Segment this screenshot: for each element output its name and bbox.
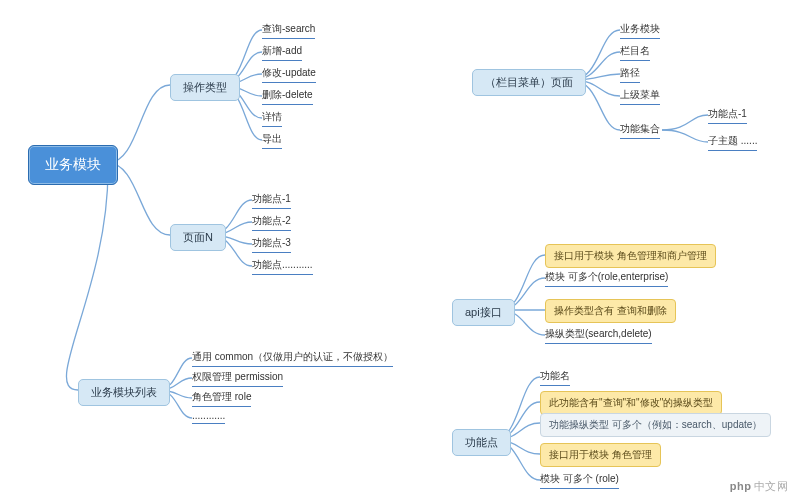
leaf-op-detail: 详情 bbox=[262, 110, 282, 127]
note-api-top: 接口用于模块 角色管理和商户管理 bbox=[545, 244, 716, 268]
note-func-mid: 此功能含有"查询"和"修改"的操纵类型 bbox=[540, 391, 722, 415]
leaf-op-delete: 删除-delete bbox=[262, 88, 313, 105]
leaf-biz-module: 业务模块 bbox=[620, 22, 660, 39]
leaf-func-name: 功能名 bbox=[540, 369, 570, 386]
leaf-permission: 权限管理 permission bbox=[192, 370, 283, 387]
branch-page-n: 页面N bbox=[170, 224, 226, 251]
leaf-func-set: 功能集合 bbox=[620, 122, 660, 139]
note-api-mid: 操作类型含有 查询和删除 bbox=[545, 299, 676, 323]
leaf-common: 通用 common（仅做用户的认证，不做授权） bbox=[192, 350, 393, 367]
leaf-func-2: 功能点-2 bbox=[252, 214, 291, 231]
leaf-op-update: 修改-update bbox=[262, 66, 316, 83]
leaf-func-types: 功能操纵类型 可多个（例如：search、update） bbox=[540, 413, 771, 437]
leaf-op-add: 新增-add bbox=[262, 44, 302, 61]
leaf-api-types: 操纵类型(search,delete) bbox=[545, 327, 652, 344]
watermark: php中文网 bbox=[730, 479, 788, 494]
root-business-module: 业务模块 bbox=[28, 145, 118, 185]
leaf-funcset-child-1: 功能点-1 bbox=[708, 107, 747, 124]
leaf-column-name: 栏目名 bbox=[620, 44, 650, 61]
branch-module-list: 业务模块列表 bbox=[78, 379, 170, 406]
branch-funcpoint: 功能点 bbox=[452, 429, 511, 456]
branch-api: api接口 bbox=[452, 299, 515, 326]
leaf-func-more: 功能点........... bbox=[252, 258, 313, 275]
leaf-func-3: 功能点-3 bbox=[252, 236, 291, 253]
leaf-role: 角色管理 role bbox=[192, 390, 251, 407]
branch-op-type: 操作类型 bbox=[170, 74, 240, 101]
note-func-bot: 接口用于模块 角色管理 bbox=[540, 443, 661, 467]
leaf-func-1: 功能点-1 bbox=[252, 192, 291, 209]
leaf-func-modules: 模块 可多个 (role) bbox=[540, 472, 619, 489]
leaf-funcset-child-2: 子主题 ...... bbox=[708, 134, 757, 151]
leaf-path: 路径 bbox=[620, 66, 640, 83]
leaf-op-export: 导出 bbox=[262, 132, 282, 149]
leaf-more: ............ bbox=[192, 410, 225, 424]
leaf-api-modules: 模块 可多个(role,enterprise) bbox=[545, 270, 668, 287]
leaf-op-search: 查询-search bbox=[262, 22, 315, 39]
leaf-parent-menu: 上级菜单 bbox=[620, 88, 660, 105]
branch-page: （栏目菜单）页面 bbox=[472, 69, 586, 96]
